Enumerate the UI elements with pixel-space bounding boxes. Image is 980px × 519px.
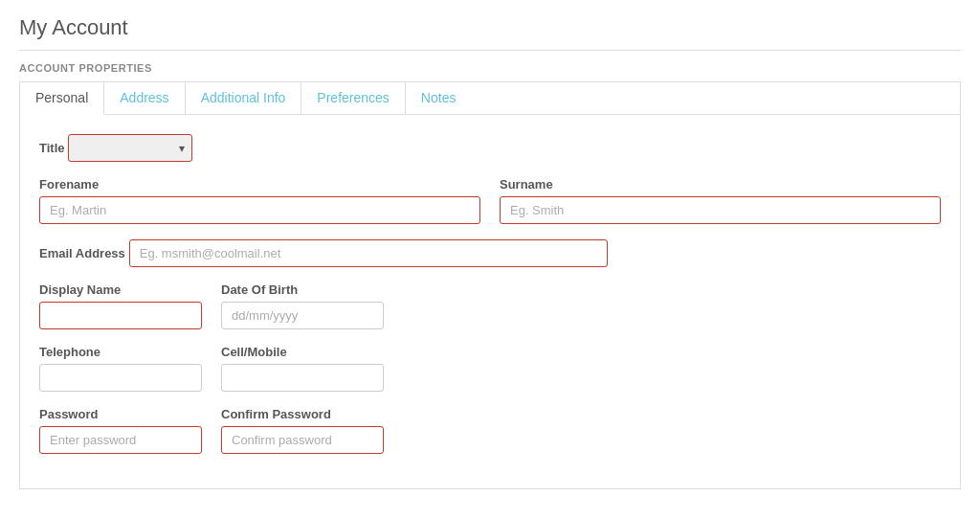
- page-title: My Account: [19, 15, 961, 51]
- surname-input[interactable]: [500, 196, 941, 224]
- title-select[interactable]: Mr Mrs Miss Ms Dr: [68, 134, 192, 162]
- title-label: Title: [39, 141, 65, 155]
- telephone-input[interactable]: [39, 364, 202, 392]
- cell-group: Cell/Mobile: [221, 345, 384, 392]
- title-section: Title Mr Mrs Miss Ms Dr: [39, 134, 941, 162]
- dob-input[interactable]: [221, 302, 384, 329]
- surname-label: Surname: [500, 177, 941, 192]
- password-label: Password: [39, 407, 202, 421]
- confirm-password-input[interactable]: [221, 426, 384, 454]
- tab-address[interactable]: Address: [104, 82, 185, 114]
- name-row: Forename Surname: [39, 177, 941, 224]
- phone-row: Telephone Cell/Mobile: [39, 345, 941, 392]
- confirm-password-label: Confirm Password: [221, 407, 384, 421]
- surname-group: Surname: [500, 177, 941, 224]
- section-label: ACCOUNT PROPERTIES: [19, 62, 961, 74]
- display-dob-row: Display Name Date Of Birth: [39, 282, 941, 329]
- dob-group: Date Of Birth: [221, 282, 384, 329]
- tab-preferences[interactable]: Preferences: [301, 82, 405, 114]
- forename-group: Forename: [39, 177, 480, 224]
- password-row: Password Confirm Password: [39, 407, 941, 454]
- telephone-group: Telephone: [39, 345, 202, 392]
- dob-label: Date Of Birth: [221, 282, 384, 297]
- tabs-bar: Personal Address Additional Info Prefere…: [19, 81, 961, 114]
- forename-input[interactable]: [39, 196, 480, 224]
- tab-notes[interactable]: Notes: [406, 82, 472, 114]
- email-section: Email Address: [39, 239, 941, 267]
- password-group: Password: [39, 407, 202, 454]
- email-input[interactable]: [129, 239, 608, 267]
- password-input[interactable]: [39, 426, 202, 454]
- email-label: Email Address: [39, 246, 125, 260]
- display-name-label: Display Name: [39, 282, 202, 297]
- cell-label: Cell/Mobile: [221, 345, 384, 359]
- tab-additional-info[interactable]: Additional Info: [186, 82, 302, 114]
- cell-input[interactable]: [221, 364, 384, 392]
- tab-content-personal: Title Mr Mrs Miss Ms Dr Forename Surname…: [19, 114, 961, 489]
- display-name-group: Display Name: [39, 282, 202, 329]
- display-name-input[interactable]: [39, 302, 202, 329]
- tab-personal[interactable]: Personal: [20, 82, 104, 115]
- forename-label: Forename: [39, 177, 480, 192]
- title-select-wrapper: Mr Mrs Miss Ms Dr: [68, 134, 192, 162]
- confirm-password-group: Confirm Password: [221, 407, 384, 454]
- telephone-label: Telephone: [39, 345, 202, 359]
